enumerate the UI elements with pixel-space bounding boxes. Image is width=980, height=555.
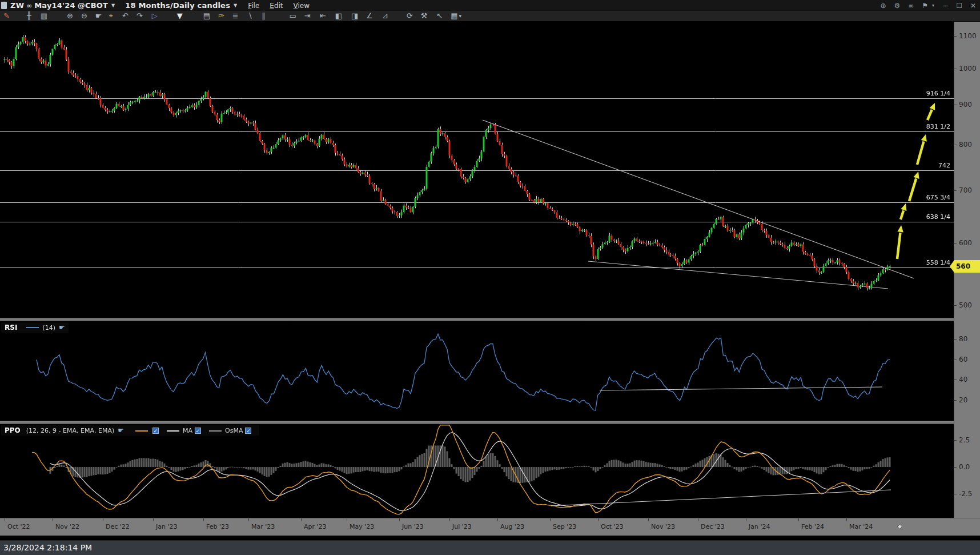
cursor-arrow-icon[interactable]: ↖	[436, 11, 443, 21]
refresh-icon[interactable]: ⟳	[407, 11, 413, 21]
month-label: Oct '22	[7, 523, 30, 530]
price-axis-label: 700	[959, 186, 972, 195]
menu-view[interactable]: View	[294, 2, 310, 10]
axis-tick-mark	[954, 494, 957, 494]
ppo-legend-checkbox[interactable]: ✓	[245, 428, 251, 434]
widen-bars-icon[interactable]: ◧	[335, 11, 342, 21]
ppo-title: PPO	[5, 426, 21, 434]
clock-text: 3/28/2024 2:18:14 PM	[3, 543, 92, 552]
sr-level-label: 916 1/4	[926, 90, 950, 97]
zoom-out-icon[interactable]: ⊖	[81, 11, 87, 21]
ppo-axis-label: 0.0	[959, 462, 970, 472]
month-label: Feb '23	[206, 523, 229, 530]
pin-icon[interactable]: ⚑	[922, 2, 928, 10]
parallel-lines-icon[interactable]: ∥	[262, 11, 266, 21]
rsi-axis-label: 20	[959, 396, 967, 405]
wedge-tool-icon[interactable]: ⊿	[382, 11, 388, 21]
price-axis-label: 900	[959, 100, 972, 109]
month-label: Sep '23	[553, 523, 576, 530]
angle-tool-icon[interactable]: ∠	[366, 11, 373, 21]
link-icon[interactable]: ∞	[908, 2, 914, 10]
crosshair-target-icon[interactable]: ⌖	[109, 11, 113, 21]
pin-dropdown-arrow[interactable]: ▾	[932, 3, 934, 8]
price-chart-canvas[interactable]	[0, 22, 954, 318]
zoom-in-icon[interactable]: ⊕	[67, 11, 73, 21]
symbol-dropdown-arrow[interactable]: ▼	[111, 3, 115, 8]
month-tick-mark	[798, 518, 799, 521]
pointer-outline-icon[interactable]: ▷	[152, 11, 158, 21]
data-table-dropdown-arrow[interactable]: ▾	[459, 11, 462, 21]
wrench-icon[interactable]: ⚒	[421, 11, 428, 21]
axis-tick-mark	[954, 339, 957, 340]
brush-icon[interactable]: ✑	[218, 11, 224, 21]
ppo-hand-icon[interactable]: ☛	[118, 426, 124, 434]
last-price-tag: 560 1/4	[950, 260, 980, 273]
ppo-legend-checkbox[interactable]: ✓	[195, 428, 201, 434]
month-tick-mark	[248, 518, 249, 521]
axis-tick-mark	[954, 69, 957, 69]
expand-interval-left-icon[interactable]: ⇤	[320, 11, 326, 21]
pan-hand-icon[interactable]: ☛	[95, 11, 102, 21]
redo-icon[interactable]: ↷	[136, 11, 143, 21]
month-label: Mar '23	[251, 523, 275, 530]
month-label: May '23	[350, 523, 374, 530]
undo-icon[interactable]: ↶	[122, 11, 128, 21]
rsi-axis-label: 60	[959, 355, 967, 364]
axis-tick-mark	[954, 440, 957, 441]
close-icon[interactable]: ✕	[970, 2, 976, 10]
sr-level-label: 638 1/4	[926, 213, 950, 221]
month-label: Dec '22	[106, 523, 130, 530]
contract-label: May14'24	[34, 1, 75, 10]
month-tick-mark	[746, 518, 746, 521]
ppo-legend-line-sample	[209, 430, 222, 432]
month-label: Jun '23	[402, 523, 424, 530]
rsi-header: RSI (14) ☛	[1, 322, 69, 333]
month-label: Aug '23	[500, 523, 524, 530]
candlestick-chart-icon[interactable]: ╫	[27, 11, 31, 21]
sr-level-label: 831 1/2	[926, 123, 950, 130]
settings-gear-icon[interactable]: ⚙	[894, 2, 901, 10]
month-tick-mark	[399, 518, 400, 521]
data-table-icon[interactable]: ▦	[451, 11, 457, 21]
expand-interval-right-icon[interactable]: ⇥	[304, 11, 311, 21]
rectangle-tool-icon[interactable]: ▭	[290, 11, 296, 21]
month-tick-mark	[550, 518, 551, 521]
draw-pencil-icon[interactable]: ✎	[3, 11, 10, 21]
chart-area: RSI (14) ☛ PPO (12, 26, 9 - EMA, EMA, EM…	[0, 22, 980, 518]
time-axis[interactable]: Oct '22Nov '22Dec '22Jan '23Feb '23Mar '…	[0, 518, 980, 536]
axis-tick-mark	[954, 305, 957, 306]
ppo-header: PPO (12, 26, 9 - EMA, EMA, EMA) ☛ ✓MA✓Os…	[1, 425, 259, 436]
month-tick-mark	[203, 518, 204, 521]
trendline-tool-icon[interactable]: ∖	[248, 11, 252, 21]
month-tick-mark	[846, 518, 847, 521]
menu-edit[interactable]: Edit	[270, 2, 283, 10]
rsi-line-sample	[26, 327, 39, 328]
find-symbol-icon[interactable]: ⊕	[881, 2, 886, 10]
timeframe-dropdown-arrow[interactable]: ▼	[234, 3, 237, 8]
rsi-hand-icon[interactable]: ☛	[59, 324, 65, 332]
chart-type-icon[interactable]: ▤	[203, 11, 210, 21]
price-axis-label: 500	[959, 301, 972, 310]
ppo-legend-label: MA	[183, 427, 192, 434]
narrow-bars-icon[interactable]: ◨	[351, 11, 358, 21]
rsi-panel-canvas[interactable]	[0, 321, 954, 421]
ppo-axis-label: 2.5	[959, 436, 970, 445]
minimize-icon[interactable]: −	[942, 2, 948, 10]
maximize-icon[interactable]: ☐	[956, 2, 962, 10]
menu-file[interactable]: File	[248, 2, 259, 10]
ppo-panel-canvas[interactable]	[0, 424, 954, 518]
bar-chart-icon[interactable]: ▥	[41, 11, 47, 21]
month-label: Jul '23	[452, 523, 472, 530]
down-triangle-icon[interactable]: ▼	[177, 11, 183, 21]
sr-level-label: 558 1/4	[926, 259, 950, 266]
axis-tick-mark	[954, 380, 957, 380]
menu-bar: FileEditView	[243, 2, 315, 10]
sr-level-label: 742	[938, 162, 950, 169]
month-tick-mark	[698, 518, 698, 521]
axis-tick-mark	[954, 190, 957, 191]
indicator-list-icon[interactable]: ≣	[232, 11, 239, 21]
timeframe-label[interactable]: 18 Months/Daily candles	[125, 1, 230, 10]
ppo-legend-label: OsMA	[225, 427, 243, 434]
exchange-label[interactable]: @CBOT	[78, 1, 108, 10]
ppo-legend-checkbox[interactable]: ✓	[152, 428, 159, 434]
